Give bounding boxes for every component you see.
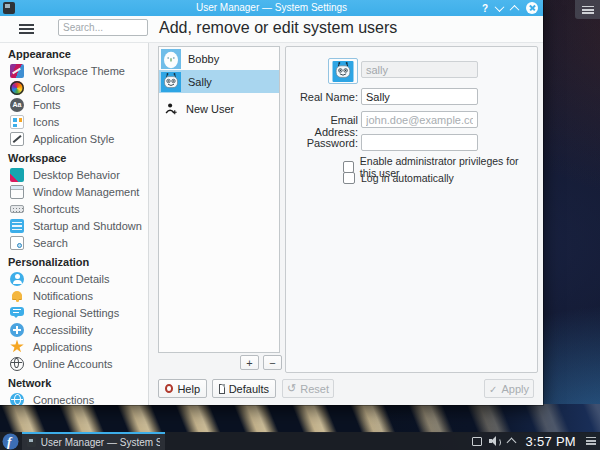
main-content: Bobby S xyxy=(149,43,543,405)
sidebar-item-notifications[interactable]: Notifications xyxy=(0,287,148,304)
avatar-button[interactable] xyxy=(328,58,358,84)
sidebar-item-label: Desktop Behavior xyxy=(33,169,120,181)
taskbar: f User Manager — System Se... 3:57 PM xyxy=(0,432,600,450)
hamburger-icon xyxy=(582,6,594,14)
sidebar-item-label: Regional Settings xyxy=(33,307,119,319)
taskbar-task-user-manager[interactable]: User Manager — System Se... xyxy=(22,432,165,450)
applications-star-icon xyxy=(10,340,24,354)
sidebar-item-desktop-behavior[interactable]: Desktop Behavior xyxy=(0,166,148,183)
toolbar: Add, remove or edit system users xyxy=(0,16,543,43)
desktop: User Manager — System Settings ? Add, re… xyxy=(0,0,600,450)
email-field[interactable] xyxy=(361,111,478,128)
sidebar-item-label: Applications xyxy=(33,341,92,353)
shortcuts-icon xyxy=(10,205,24,213)
sidebar-item-icons[interactable]: Icons xyxy=(0,113,148,130)
help-button-label: Help xyxy=(177,383,200,395)
application-style-icon xyxy=(10,132,24,146)
help-button[interactable]: Help xyxy=(158,379,207,398)
sidebar-item-startup-and-shutdown[interactable]: Startup and Shutdown xyxy=(0,217,148,234)
remove-user-button[interactable]: − xyxy=(263,355,282,370)
password-label: Password: xyxy=(288,137,358,149)
window-management-icon xyxy=(10,185,24,199)
sidebar-item-online-accounts[interactable]: Online Accounts xyxy=(0,355,148,372)
fonts-icon xyxy=(10,98,24,112)
user-details-panel: Real Name: Email Address: Password: Enab… xyxy=(285,46,538,373)
user-row-sally[interactable]: Sally xyxy=(159,70,279,93)
user-name: New User xyxy=(186,103,234,115)
online-accounts-icon xyxy=(10,357,24,371)
password-field[interactable] xyxy=(361,134,478,151)
sidebar-section-workspace: Workspace xyxy=(0,147,148,166)
sidebar-item-application-style[interactable]: Application Style xyxy=(0,130,148,147)
accessibility-icon xyxy=(10,323,24,337)
titlebar-buttons: ? xyxy=(482,0,538,16)
titlebar[interactable]: User Manager — System Settings ? xyxy=(0,0,543,16)
sidebar-item-connections[interactable]: Connections xyxy=(0,391,148,405)
system-tray: 3:57 PM xyxy=(472,432,596,450)
sidebar-item-label: Workspace Theme xyxy=(33,65,125,77)
menu-hamburger-icon[interactable] xyxy=(19,24,34,34)
bobby-avatar xyxy=(161,49,181,69)
add-user-button[interactable]: + xyxy=(240,355,259,370)
clipboard-icon[interactable] xyxy=(472,437,482,446)
apply-check-icon xyxy=(489,383,497,395)
sally-avatar xyxy=(161,72,181,92)
sidebar-item-label: Connections xyxy=(33,394,94,406)
sidebar-item-fonts[interactable]: Fonts xyxy=(0,96,148,113)
sidebar-item-label: Fonts xyxy=(33,99,61,111)
sidebar-item-search[interactable]: Search xyxy=(0,234,148,251)
apply-button[interactable]: Apply xyxy=(484,379,534,398)
sidebar-item-label: Accessibility xyxy=(33,324,93,336)
reset-button[interactable]: Reset xyxy=(282,379,334,398)
defaults-icon xyxy=(219,384,225,394)
titlebar-help-button[interactable]: ? xyxy=(482,3,488,14)
minimize-button[interactable] xyxy=(495,2,505,12)
close-button[interactable] xyxy=(526,2,538,14)
icons-icon xyxy=(10,115,24,129)
sidebar-item-regional-settings[interactable]: Regional Settings xyxy=(0,304,148,321)
real-name-field[interactable] xyxy=(361,88,478,105)
task-label: User Manager — System Se... xyxy=(41,437,160,448)
sidebar-item-label: Search xyxy=(33,237,68,249)
user-name: Bobby xyxy=(188,53,219,65)
sidebar-item-accessibility[interactable]: Accessibility xyxy=(0,321,148,338)
user-row-bobby[interactable]: Bobby xyxy=(159,47,279,70)
help-icon xyxy=(165,384,173,393)
sidebar-item-label: Online Accounts xyxy=(33,358,113,370)
tray-expand-icon[interactable] xyxy=(507,438,517,448)
desktop-toolbox-button[interactable] xyxy=(575,0,600,19)
task-app-icon xyxy=(27,437,36,447)
user-list: Bobby S xyxy=(158,46,280,353)
page-title: Add, remove or edit system users xyxy=(159,19,397,37)
sidebar-item-applications[interactable]: Applications xyxy=(0,338,148,355)
regional-settings-icon xyxy=(10,306,24,320)
colors-icon xyxy=(10,81,24,95)
search-doc-icon xyxy=(10,236,24,250)
sidebar-item-window-management[interactable]: Window Management xyxy=(0,183,148,200)
clock[interactable]: 3:57 PM xyxy=(525,434,576,449)
sidebar-item-account-details[interactable]: Account Details xyxy=(0,270,148,287)
sally-avatar-large xyxy=(332,61,354,82)
search-input[interactable] xyxy=(58,19,148,36)
real-name-label: Real Name: xyxy=(288,91,358,103)
sidebar-section-network: Network xyxy=(0,372,148,391)
user-row-new-user[interactable]: New User xyxy=(159,97,279,120)
notifications-bell-icon xyxy=(10,289,24,303)
panel-toolbox-icon[interactable] xyxy=(586,437,596,445)
reset-icon xyxy=(287,382,296,395)
sidebar-item-colors[interactable]: Colors xyxy=(0,79,148,96)
maximize-button[interactable] xyxy=(510,4,520,14)
sidebar-item-workspace-theme[interactable]: Workspace Theme xyxy=(0,62,148,79)
sidebar-item-label: Window Management xyxy=(33,186,139,198)
system-settings-window: User Manager — System Settings ? Add, re… xyxy=(0,0,543,405)
sidebar-item-label: Notifications xyxy=(33,290,93,302)
sidebar-item-shortcuts[interactable]: Shortcuts xyxy=(0,200,148,217)
application-launcher-button[interactable]: f xyxy=(2,433,19,449)
auto-login-checkbox[interactable] xyxy=(343,172,355,184)
sidebar: Appearance Workspace Theme Colors Fonts … xyxy=(0,43,149,405)
volume-icon[interactable] xyxy=(489,436,501,446)
defaults-button[interactable]: Defaults xyxy=(212,379,276,398)
account-details-icon xyxy=(10,272,24,286)
user-name: Sally xyxy=(188,76,212,88)
username-field xyxy=(361,61,478,78)
